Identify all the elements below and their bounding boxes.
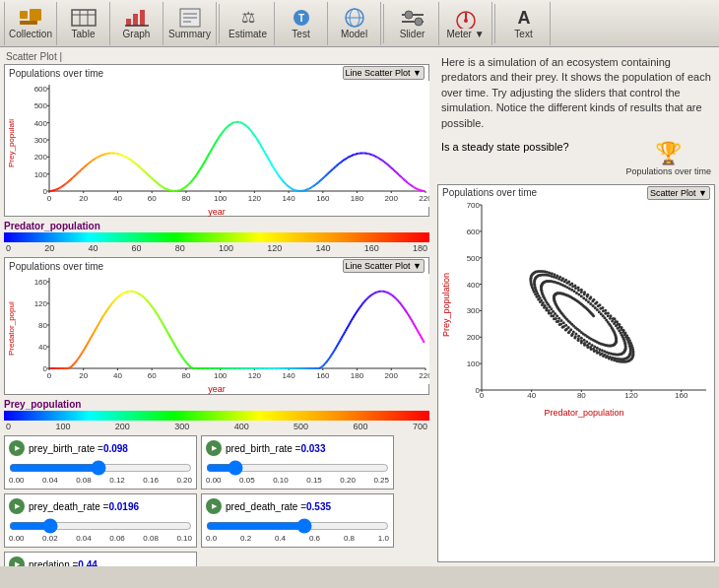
prey-chart-title: Populations over time [9,68,103,79]
scatter-title: Populations over time [442,187,537,198]
predation-value: 0.44 [78,559,97,567]
pred-birth-rate-label: pred_birth_rate = [226,443,300,454]
predation-play-btn[interactable] [9,556,25,566]
prey-death-rate-input[interactable] [9,518,192,534]
separator-2 [383,4,384,43]
meter-icon [452,7,480,29]
toolbar-graph[interactable]: Graph [110,2,163,45]
svg-rect-3 [72,10,96,26]
prey-x-axis-label: year [5,207,428,217]
meter-label: Meter ▼ [446,29,484,39]
prey-y-axis-label: Prey_populati [5,81,18,207]
toolbar-slider[interactable]: Slider [386,2,439,45]
text-icon: A [510,7,538,29]
pred-birth-rate-input[interactable] [206,460,389,476]
prey-death-rate-ticks: 0.00 0.02 0.04 0.06 0.08 0.10 [9,534,192,543]
toolbar-table[interactable]: Table [57,2,110,45]
table-icon [70,7,98,29]
scatter-chart-canvas [454,201,710,408]
description-text: Here is a simulation of an ecosystem con… [437,51,715,135]
toolbar: Collection Table Graph [0,0,719,47]
scatter-body: Prey_population [438,201,714,408]
text-label: Text [514,29,532,39]
pred-birth-rate-header: pred_birth_rate = 0.033 [206,440,389,456]
prey-color-gradient [4,411,429,421]
prey-birth-rate-header: prey_birth_rate = 0.098 [9,440,192,456]
pred-birth-rate-play-btn[interactable] [206,440,222,456]
toolbar-text[interactable]: A Text [497,2,551,45]
svg-point-22 [405,11,413,19]
svg-point-24 [415,18,423,26]
test-icon: T [288,7,315,29]
pred-birth-rate-slider: pred_birth_rate = 0.033 0.00 0.05 0.10 0… [201,435,394,490]
scatter-plot-type-select[interactable]: Scatter Plot ▼ [647,186,710,200]
estimate-icon: ⚖ [234,7,262,29]
model-icon [341,7,368,29]
description-body: Here is a simulation of an ecosystem con… [441,56,711,129]
prey-bar-ticks: 0 100 200 300 400 500 600 700 [4,422,429,431]
pred-death-rate-value: 0.535 [306,501,331,512]
svg-rect-7 [126,19,131,26]
model-label: Model [341,29,367,39]
summary-icon [176,7,204,29]
pred-death-rate-track[interactable] [206,518,389,532]
steady-state-question: Is a steady state possible? [441,141,569,153]
prey-plot-type-select[interactable]: Line Scatter Plot ▼ [343,66,425,80]
steady-state-row: Is a steady state possible? 🏆 Population… [437,141,715,176]
pred-death-rate-label: pred_death_rate = [226,501,306,512]
prey-birth-rate-slider: prey_birth_rate = 0.098 0.00 0.04 0.08 0… [4,435,197,490]
pop-over-time: 🏆 Populations over time [625,141,711,176]
prey-chart: Populations over time Line Scatter Plot … [4,64,429,217]
pred-death-rate-header: pred_death_rate = 0.535 [206,498,389,514]
graph-icon [123,7,151,29]
prey-death-rate-header: prey_death_rate = 0.0196 [9,498,192,514]
prey-death-rate-play-btn[interactable] [9,498,25,514]
predator-bar-ticks: 0 20 40 60 80 100 120 140 160 180 [4,243,429,253]
separator-1 [219,4,220,43]
toolbar-test[interactable]: T Test [275,2,328,45]
pred-birth-rate-track[interactable] [206,460,389,474]
predator-chart-canvas [18,274,429,384]
prey-birth-rate-input[interactable] [9,460,192,476]
left-panel: Scatter Plot | Populations over time Lin… [0,47,433,566]
predator-color-gradient [4,232,429,242]
predation-slider: predation = 0.44 0 0.5 1.0 1.5 2.0 2.5 [4,552,197,566]
predator-chart-title: Populations over time [9,261,103,272]
reward-icon: 🏆 [655,141,682,166]
pred-death-rate-play-btn[interactable] [206,498,222,514]
pred-death-rate-input[interactable] [206,518,389,534]
slider-icon [399,7,426,29]
predator-plot-type-select[interactable]: Line Scatter Plot ▼ [343,259,425,273]
prey-bar-label: Prey_population [4,399,429,410]
pred-birth-rate-ticks: 0.00 0.05 0.10 0.15 0.20 0.25 [206,476,389,485]
svg-rect-2 [20,21,37,25]
toolbar-estimate[interactable]: ⚖ Estimate [222,2,275,45]
prey-chart-body: Prey_populati [5,81,428,207]
toolbar-model[interactable]: Model [328,2,381,45]
svg-rect-0 [20,11,28,19]
toolbar-collection[interactable]: Collection [4,2,57,45]
prey-birth-rate-label: prey_birth_rate = [29,443,103,454]
prey-chart-header: Populations over time Line Scatter Plot … [5,65,428,81]
toolbar-meter[interactable]: Meter ▼ [439,2,492,45]
prey-birth-rate-value: 0.098 [103,443,128,454]
prey-birth-rate-track[interactable] [9,460,192,474]
prey-birth-rate-play-btn[interactable] [9,440,25,456]
predation-label: predation = [29,559,78,567]
prey-birth-rate-ticks: 0.00 0.04 0.08 0.12 0.16 0.20 [9,476,192,485]
svg-rect-9 [140,10,145,26]
main-content: Scatter Plot | Populations over time Lin… [0,47,719,566]
predator-y-axis-label: Predator_popul [5,274,18,384]
pop-label: Populations over time [625,166,711,176]
predator-chart: Populations over time Line Scatter Plot … [4,257,429,395]
prey-death-rate-track[interactable] [9,518,192,532]
svg-text:⚖: ⚖ [241,9,255,26]
graph-label: Graph [123,29,151,39]
separator-3 [494,4,495,43]
toolbar-summary[interactable]: Summary [163,2,217,45]
predator-chart-header: Populations over time Line Scatter Plot … [5,258,428,274]
pred-death-rate-ticks: 0.0 0.2 0.4 0.6 0.8 1.0 [206,534,389,543]
scatter-plot-container: Populations over time Scatter Plot ▼ Pre… [437,184,715,562]
predation-header: predation = 0.44 [9,556,192,566]
prey-death-rate-slider: prey_death_rate = 0.0196 0.00 0.02 0.04 … [4,493,197,548]
